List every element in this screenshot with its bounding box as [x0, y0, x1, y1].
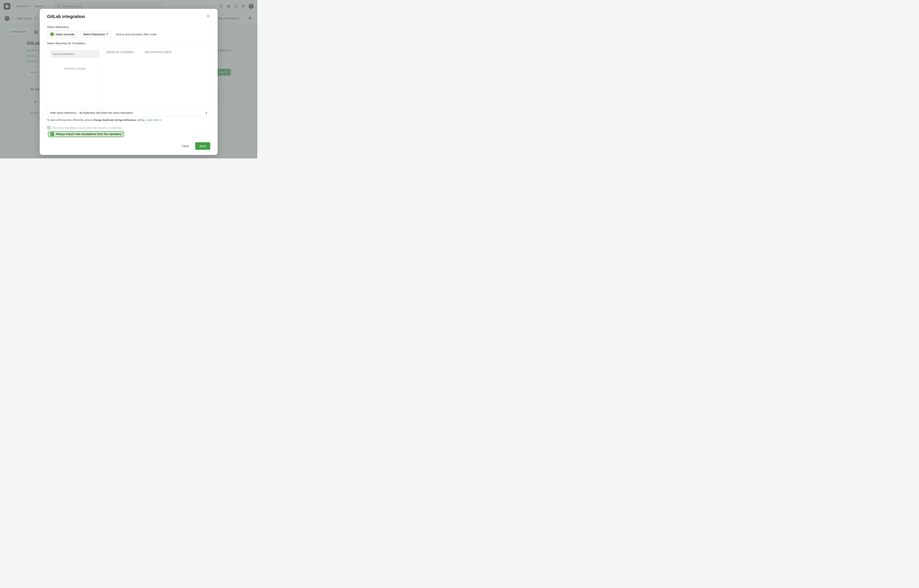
- chevron-down-icon: [106, 34, 108, 35]
- user-chip[interactable]: Diana Voroniak: [47, 30, 78, 38]
- branches-area: Nothing to display Branch for Translatio…: [47, 47, 210, 106]
- checkbox-checked-icon[interactable]: [50, 132, 54, 136]
- select-repository-label: Select Repository: [47, 25, 210, 29]
- learn-more-link[interactable]: Learn More: [146, 118, 162, 121]
- checkbox-checked-icon: [47, 126, 51, 129]
- service-branch-header: Service Branch Name: [145, 50, 171, 53]
- select-branches-label: Select Branches for Translation: [47, 42, 210, 45]
- duplicate-note: To deal with branches efficiently, pleas…: [47, 118, 210, 121]
- modal-title: GitLab integration: [47, 14, 85, 19]
- save-button[interactable]: Save: [195, 142, 210, 150]
- one-time-import-checkbox-row[interactable]: One-time translation import after the br…: [47, 125, 210, 130]
- gitlab-integration-modal: GitLab integration ✕ Select Repository D…: [40, 9, 218, 155]
- close-button[interactable]: Close: [178, 142, 192, 150]
- branch-search-input[interactable]: [50, 50, 99, 58]
- user-name: Diana Voroniak: [56, 33, 74, 36]
- import-options: One-time translation import after the br…: [47, 124, 210, 139]
- files-mode-text: Source and translation files mode: [116, 33, 157, 36]
- always-import-highlight: Always import new translations from the …: [47, 131, 210, 137]
- duplicate-strings-select[interactable]: Hide (strict detection) – all duplicates…: [47, 109, 210, 117]
- nothing-to-display: Nothing to display: [50, 67, 99, 70]
- branch-for-translation-header: Branch for Translation: [107, 50, 134, 53]
- close-icon[interactable]: ✕: [206, 14, 210, 18]
- one-time-import-label: One-time translation import after the br…: [53, 126, 122, 129]
- select-repository-button[interactable]: Select Repository: [80, 31, 111, 38]
- select-updown-icon: [206, 112, 207, 114]
- user-avatar-small: [50, 32, 54, 36]
- always-import-label: Always import new translations from the …: [56, 132, 121, 136]
